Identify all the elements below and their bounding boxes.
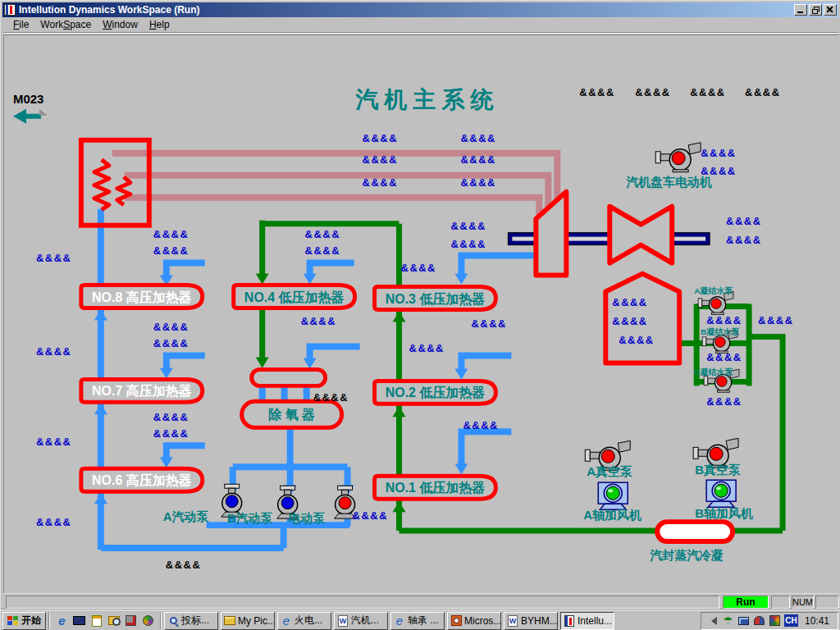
deaerator-label: 除 氧 器 — [268, 407, 315, 422]
notes-icon[interactable] — [89, 614, 103, 628]
tag-value: &&&& — [363, 176, 398, 189]
search-icon — [167, 615, 179, 627]
status-panel — [815, 596, 839, 609]
restore-button[interactable] — [809, 4, 822, 16]
keyboard-icon[interactable] — [72, 614, 86, 628]
task-label: 投标... — [181, 614, 209, 628]
umbrella-antivirus-icon[interactable]: ☂ — [722, 614, 734, 627]
tag-value: &&&& — [36, 516, 71, 528]
tag-value: &&&& — [153, 427, 189, 440]
menu-item-workspace[interactable]: WorkSpace — [34, 17, 97, 32]
close-button[interactable] — [824, 4, 837, 16]
minimize-button[interactable] — [794, 4, 807, 16]
menu-item-file[interactable]: File — [7, 17, 34, 32]
task-button-microsoft[interactable]: Micros... — [447, 612, 501, 630]
tag-value: &&&& — [450, 220, 486, 232]
hmi-canvas: M023 汽机主系统 &&&& &&&& &&&& &&&& &&&& &&&&… — [3, 34, 838, 593]
menu-item-help[interactable]: Help — [144, 17, 176, 32]
motor-pump-label: 电动泵 — [289, 511, 326, 525]
shaft-fan-b-label: B轴加风机 — [695, 506, 753, 520]
tag-value: &&&& — [726, 215, 761, 227]
tag-value: &&&& — [353, 509, 388, 522]
heater-no4-label: NO.4 低压加热器 — [244, 290, 345, 305]
word-document-icon: W — [507, 615, 518, 627]
taskbar-divider — [160, 613, 162, 629]
vacuum-pump-b-label: B真空泵 — [695, 463, 742, 477]
heater-no8-label: NO.8 高压加热器 — [92, 290, 192, 305]
lp-turbine[interactable] — [609, 207, 672, 263]
task-button-my-pictures[interactable]: My Pic... — [221, 612, 275, 630]
gland-steam-condenser-vessel[interactable] — [657, 522, 733, 541]
task-button-toubiao[interactable]: 投标... — [164, 612, 218, 630]
internet-explorer-icon: e — [394, 615, 405, 627]
ime-palette-icon[interactable] — [769, 614, 781, 627]
volume-icon[interactable] — [706, 614, 719, 627]
gland-condenser-label: 汽封蒸汽冷凝 — [650, 548, 724, 562]
title-bar[interactable]: Intellution Dynamics WorkSpace (Run) — [2, 2, 838, 17]
ime-language-badge[interactable]: CH — [784, 614, 798, 627]
label-part: pace — [70, 19, 91, 30]
label-part: Work — [40, 19, 63, 30]
task-label: BYHM... — [521, 615, 558, 627]
tools-icon[interactable] — [124, 614, 138, 628]
condensate-pump-a-label: A凝结水泵 — [694, 286, 733, 295]
close-icon — [827, 7, 833, 13]
tag-value: &&&& — [363, 132, 398, 144]
menu-bar: File WorkSpace Window Help — [2, 17, 838, 33]
tag-value: &&&& — [153, 411, 189, 423]
condensate-pump-b-label: B凝结水泵 — [701, 327, 740, 336]
status-bar: Run NUM — [2, 593, 838, 609]
tag-value: &&&& — [758, 314, 793, 326]
tag-value: &&&& — [706, 314, 742, 326]
run-mode-indicator: Run — [723, 596, 769, 609]
quick-launch: e — [52, 614, 158, 628]
task-button-qiji[interactable]: W 汽机... — [334, 612, 388, 630]
vacuum-pump-a-label: A真空泵 — [587, 464, 633, 478]
menu-item-window[interactable]: Window — [97, 17, 144, 32]
tag-value: &&&& — [579, 86, 614, 98]
folder-icon — [224, 615, 235, 627]
taskbar-divider — [48, 613, 50, 629]
task-label: 汽机... — [351, 614, 379, 628]
tag-value: &&&& — [153, 244, 189, 257]
restore-icon — [812, 7, 819, 14]
tag-value: &&&& — [363, 153, 398, 166]
turning-gear-motor-icon[interactable] — [655, 143, 701, 172]
shaft-fan-a-icon[interactable] — [598, 482, 628, 509]
status-panel — [771, 596, 790, 609]
start-label: 开始 — [21, 614, 41, 628]
num-lock-indicator: NUM — [792, 596, 814, 609]
media-icon[interactable] — [141, 614, 155, 628]
task-button-intellution-active[interactable]: Intellu... — [560, 612, 614, 630]
tag-value: &&&& — [612, 315, 647, 327]
intellution-app-icon — [564, 615, 575, 627]
tag-value: &&&& — [745, 86, 780, 98]
shaft-fan-b-icon[interactable] — [706, 480, 736, 507]
start-button[interactable]: 开始 — [2, 612, 46, 630]
users-icon[interactable] — [753, 614, 765, 627]
feed-pump-a-label: A汽动泵 — [163, 509, 210, 523]
minimize-icon — [797, 7, 804, 13]
task-button-zhoucheng[interactable]: e 轴承 ... — [390, 612, 445, 630]
heater-no3-label: NO.3 低压加热器 — [386, 292, 486, 307]
word-document-icon: W — [337, 615, 349, 627]
heater-no7-label: NO.7 高压加热器 — [92, 383, 192, 399]
tag-value: &&&& — [690, 86, 725, 98]
taskbar: 开始 e 投标... My Pic... e 火电... W 汽机... — [1, 609, 840, 630]
system-tray: ☂ CH 10:41 — [701, 612, 838, 630]
network-icon[interactable] — [737, 614, 750, 627]
search-folder-icon[interactable] — [107, 614, 121, 628]
tag-value: &&&& — [36, 252, 71, 264]
tag-value: &&&& — [706, 351, 742, 363]
tag-value: &&&& — [313, 391, 349, 404]
task-button-byhm[interactable]: W BYHM... — [504, 612, 558, 630]
task-label: 火电... — [294, 614, 322, 628]
windows-logo-icon — [7, 616, 19, 626]
task-button-huodian[interactable]: e 火电... — [277, 612, 331, 630]
internet-explorer-icon[interactable]: e — [55, 614, 69, 628]
label-part: indow — [112, 19, 138, 30]
back-nav-arrow[interactable] — [13, 109, 48, 124]
deaerator-tank[interactable] — [252, 369, 326, 386]
condensate-pump-c-label: C凝结水泵 — [694, 368, 733, 377]
window-title: Intellution Dynamics WorkSpace (Run) — [19, 4, 794, 16]
